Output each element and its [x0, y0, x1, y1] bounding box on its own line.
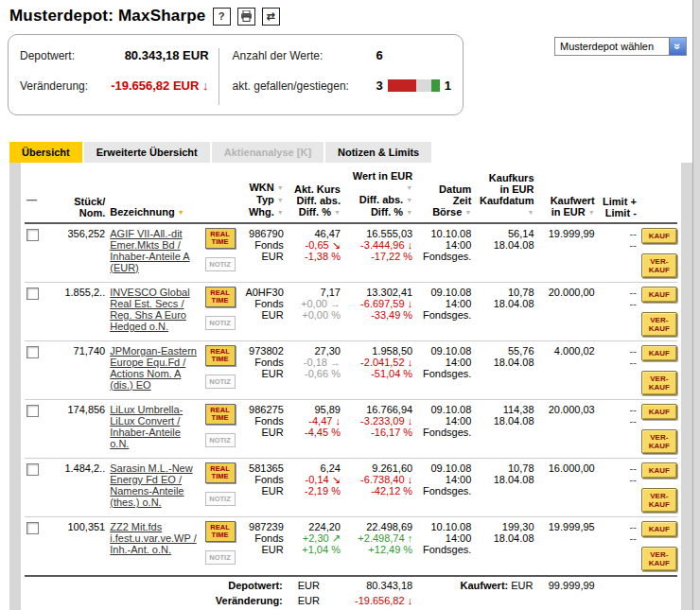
kauf-button[interactable]: KAUF: [641, 345, 677, 361]
akt-kurs: 224,20: [289, 521, 341, 532]
limit-minus: --: [600, 298, 637, 309]
sort-icon: ▼: [406, 197, 412, 203]
kaufkurs: 10,78: [476, 462, 534, 474]
row-checkbox[interactable]: [26, 405, 39, 417]
tab-erweiterte-uebersicht[interactable]: Erweiterte Übersicht: [84, 142, 210, 163]
limit-plus: --: [600, 228, 637, 239]
row-checkbox[interactable]: [26, 463, 39, 476]
sort-icon: ▼: [588, 209, 595, 216]
kauf-button[interactable]: KAUF: [641, 287, 677, 303]
depotwert-value: 80.343,18 EUR: [125, 48, 209, 62]
realtime-badge[interactable]: REALTIME: [205, 521, 236, 542]
notiz-badge[interactable]: NOTIZ: [205, 550, 236, 565]
quantity: 356,252: [47, 223, 108, 283]
bar-segment-red: [388, 79, 416, 92]
gefallen-gestiegen-label: akt. gefallen/gestiegen:: [233, 79, 376, 93]
quantity: 1.855,2..: [47, 283, 108, 341]
verkauf-button[interactable]: VER-KAUF: [641, 488, 677, 513]
verkauf-button[interactable]: VER-KAUF: [641, 253, 677, 278]
wkn: 581365: [241, 462, 284, 474]
notiz-badge[interactable]: NOTIZ: [205, 316, 236, 330]
kaufwert: 19.999,99: [537, 223, 598, 283]
table-row: 71,740 JPMorgan-Eastern Europe Equ.Fd / …: [25, 341, 677, 400]
fund-name-link[interactable]: JPMorgan-Eastern Europe Equ.Fd / Actions…: [110, 345, 197, 391]
quantity: 71,740: [47, 341, 108, 400]
row-checkbox[interactable]: [26, 346, 39, 358]
depot-table-panel: — Stück/Nom. Bezeichnung ▼ WKN ▼ Typ ▼ W…: [9, 163, 692, 610]
trend-arrow-icon: ↘: [332, 239, 341, 251]
veraenderung-label: Veränderung:: [20, 79, 88, 93]
header-datum-zeit-boerse[interactable]: Datum Zeit Börse ▼: [415, 166, 474, 223]
trend-arrow-icon: ↓: [408, 298, 413, 309]
quantity: 174,856: [47, 400, 108, 459]
chevron-down-icon[interactable]: »: [669, 38, 686, 55]
header-kaufkurs[interactable]: Kaufkurs in EUR Kaufdatum ▼: [474, 166, 536, 223]
kauf-button[interactable]: KAUF: [641, 462, 677, 479]
header-bezeichnung[interactable]: Bezeichnung ▼: [108, 166, 202, 223]
fund-name-link[interactable]: ZZ2 Mit.fds i.fest.u.var.ve.WP / Inh.-An…: [110, 521, 197, 555]
realtime-badge[interactable]: REALTIME: [205, 462, 236, 483]
summary-left: Depotwert: 80.343,18 EUR Veränderung: -1…: [20, 48, 219, 105]
notiz-badge[interactable]: NOTIZ: [205, 257, 236, 271]
datum: 10.10.08: [417, 228, 471, 239]
sort-icon: ▼: [406, 209, 412, 216]
verkauf-button[interactable]: VER-KAUF: [641, 547, 677, 571]
sort-icon: ▼: [406, 184, 412, 191]
kauf-button[interactable]: KAUF: [641, 404, 677, 420]
tab-notizen-limits[interactable]: Notizen & Limits: [325, 142, 431, 163]
header-akt-kurs[interactable]: Akt. Kurs Diff. abs. Diff. % ▼: [287, 166, 343, 223]
row-checkbox[interactable]: [26, 229, 39, 241]
totals-depotwert-value: 80.343,18: [343, 576, 415, 592]
depotwert-label: Depotwert:: [20, 49, 75, 62]
realtime-badge[interactable]: REALTIME: [205, 228, 236, 249]
fund-name-link[interactable]: Sarasin M.L.-New Energy Fd EO / Namens-A…: [110, 462, 192, 508]
depot-table: — Stück/Nom. Bezeichnung ▼ WKN ▼ Typ ▼ W…: [25, 166, 677, 610]
notiz-badge[interactable]: NOTIZ: [205, 492, 236, 506]
header-stueck-nom[interactable]: Stück/Nom.: [47, 166, 108, 223]
verkauf-button[interactable]: VER-KAUF: [641, 429, 677, 454]
sort-icon: ▼: [334, 209, 341, 216]
limit-plus: --: [600, 404, 637, 415]
header-kaufwert[interactable]: Kaufwert in EUR ▼: [537, 166, 598, 223]
kauf-button[interactable]: KAUF: [641, 521, 677, 537]
realtime-badge[interactable]: REALTIME: [205, 404, 236, 425]
anzahl-value: 6: [376, 48, 383, 62]
down-arrow-icon: ↓: [408, 595, 413, 606]
kaufkurs: 114,38: [476, 404, 534, 415]
musterdepot-select[interactable]: Musterdepot wählen »: [554, 37, 687, 56]
row-checkbox[interactable]: [26, 522, 39, 534]
sort-icon: ▼: [178, 209, 184, 216]
kaufwert: 19.999,95: [537, 517, 598, 577]
fund-name-link[interactable]: AGIF VII-All.-dit Emer.Mkts Bd / Inhaber…: [110, 228, 189, 273]
notiz-badge[interactable]: NOTIZ: [205, 375, 236, 389]
fund-name-link[interactable]: INVESCO Global Real Est. Secs / Reg. Shs…: [110, 287, 189, 332]
table-totals: Depotwert: EUR 80.343,18 Kaufwert: EUR 9…: [25, 576, 677, 610]
wert-eur: 1.958,50: [345, 345, 412, 357]
limit-plus: --: [600, 287, 637, 298]
wkn: 986275: [241, 404, 284, 415]
wkn: A0HF30: [241, 287, 284, 298]
trend-arrow-icon: ↓: [408, 474, 413, 485]
notiz-badge[interactable]: NOTIZ: [205, 433, 236, 447]
table-header-row: — Stück/Nom. Bezeichnung ▼ WKN ▼ Typ ▼ W…: [25, 166, 677, 223]
header-wert-eur[interactable]: Wert in EUR ▼ Diff. abs. ▼ Diff. % ▼: [343, 166, 415, 223]
totals-veraenderung-value: -19.656,82 ↓: [343, 592, 415, 607]
verkauf-button[interactable]: VER-KAUF: [641, 312, 677, 337]
kaufkurs: 199,30: [476, 521, 534, 532]
sort-icon: ▼: [277, 209, 284, 216]
realtime-badge[interactable]: REALTIME: [205, 287, 236, 307]
realtime-badge[interactable]: REALTIME: [205, 345, 236, 366]
trend-arrow-icon: ↓: [408, 239, 413, 251]
print-icon[interactable]: [237, 8, 255, 26]
refresh-icon[interactable]: ⇄: [262, 8, 280, 26]
totals-depotwert-label: Depotwert:: [228, 580, 282, 591]
kauf-button[interactable]: KAUF: [641, 228, 677, 244]
fund-name-link[interactable]: LiLux Umbrella-LiLux Convert / Inhaber-A…: [110, 404, 183, 449]
verkauf-button[interactable]: VER-KAUF: [641, 371, 677, 395]
row-checkbox[interactable]: [26, 288, 39, 300]
tab-uebersicht[interactable]: Übersicht: [9, 142, 82, 163]
kaufkurs: 10,78: [476, 287, 534, 298]
down-arrow-icon: ↓: [202, 78, 209, 93]
header-wkn-typ-whg[interactable]: WKN ▼ Typ ▼ Whg. ▼: [239, 166, 287, 223]
help-icon[interactable]: ?: [213, 8, 231, 26]
